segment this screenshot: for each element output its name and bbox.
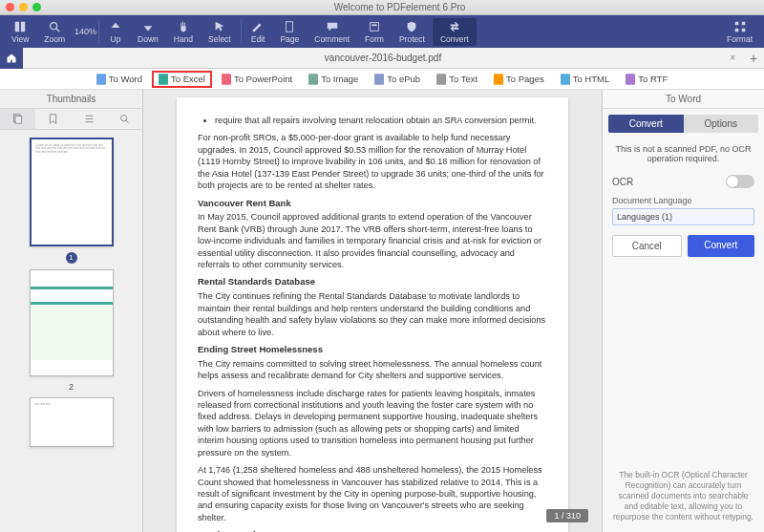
svg-rect-9: [734, 28, 738, 32]
thumbnails-tab-search[interactable]: [107, 109, 142, 129]
cursor-icon: [213, 20, 226, 33]
document-viewer[interactable]: require that all repairs involving tenan…: [143, 90, 602, 532]
ocr-toggle[interactable]: [726, 175, 754, 188]
doc-heading: Vancouver Rent Bank: [198, 198, 547, 210]
doc-icon: [561, 74, 570, 85]
down-button[interactable]: Down: [130, 18, 166, 46]
to-excel-button[interactable]: To Excel: [152, 71, 212, 88]
to-text-button[interactable]: To Text: [430, 71, 484, 88]
svg-point-2: [51, 22, 57, 29]
minimize-window-button[interactable]: [19, 3, 28, 11]
zoom-button[interactable]: Zoom: [36, 18, 73, 46]
thumbnail-page-3[interactable]: text text text: [30, 397, 114, 447]
thumbnail-page-2[interactable]: [30, 269, 114, 376]
convert-action-button[interactable]: Convert: [688, 235, 755, 257]
pages-icon: [12, 114, 23, 124]
shield-icon: [405, 20, 418, 33]
page-button[interactable]: Page: [272, 18, 307, 46]
to-rtf-button[interactable]: To RTF: [619, 71, 674, 88]
doc-paragraph: At 1,746 (1,258 sheltered homeless and 4…: [198, 464, 547, 523]
thumbnails-tab-outline[interactable]: [72, 109, 107, 129]
hand-button[interactable]: Hand: [166, 18, 201, 46]
sidebar-title: To Word: [603, 90, 764, 109]
ocr-status-message: This is not a scanned PDF, no OCR operat…: [612, 144, 754, 163]
svg-rect-21: [15, 116, 21, 123]
arrow-down-icon: [141, 20, 155, 33]
document-tabbar: vancouver-2016-budget.pdf × +: [0, 48, 764, 69]
language-label: Document Language: [612, 196, 754, 205]
main-toolbar: View Zoom 140% Up Down Hand Select Edit …: [0, 15, 764, 48]
thumbnail-page-2-number: 2: [69, 382, 74, 392]
svg-rect-7: [734, 21, 738, 25]
svg-rect-13: [222, 74, 231, 85]
to-word-button[interactable]: To Word: [90, 71, 149, 88]
svg-rect-6: [371, 24, 376, 26]
svg-rect-12: [159, 74, 168, 85]
svg-rect-15: [374, 74, 384, 85]
ocr-label: OCR: [612, 177, 633, 187]
hand-icon: [177, 20, 190, 33]
doc-icon: [222, 74, 231, 85]
window-title: Welcome to PDFelement 6 Pro: [41, 2, 758, 12]
search-icon: [119, 114, 130, 124]
zoom-value[interactable]: 140%: [74, 27, 96, 36]
to-powerpoint-button[interactable]: To PowerPoint: [215, 71, 299, 88]
svg-rect-10: [741, 28, 745, 32]
arrow-up-icon: [109, 20, 122, 33]
doc-icon: [494, 74, 503, 85]
doc-heading: Ending Street Homelessness: [198, 344, 547, 356]
doc-heading: Rental Standards Database: [198, 276, 547, 288]
to-pages-button[interactable]: To Pages: [487, 71, 551, 88]
document-tab-label: vancouver-2016-budget.pdf: [325, 53, 441, 63]
doc-paragraph: The City remains committed to solving st…: [198, 358, 547, 382]
home-button[interactable]: [0, 48, 23, 69]
edit-button[interactable]: Edit: [244, 18, 273, 46]
form-button[interactable]: Form: [357, 18, 392, 46]
view-button[interactable]: View: [4, 18, 36, 46]
maximize-window-button[interactable]: [32, 3, 41, 11]
select-button[interactable]: Select: [201, 18, 239, 46]
page-counter: 1 / 310: [546, 509, 588, 522]
convert-button[interactable]: Convert: [433, 18, 477, 46]
svg-point-25: [120, 116, 126, 121]
svg-rect-19: [626, 74, 635, 85]
bookmark-icon: [48, 114, 58, 124]
thumbnails-tab-bookmarks[interactable]: [35, 109, 71, 129]
thumbnails-panel: Thumbnails Lorem ipsum dolor sit amet te…: [0, 90, 143, 532]
close-tab-button[interactable]: ×: [730, 53, 735, 63]
svg-line-26: [126, 120, 128, 122]
document-page: require that all repairs involving tenan…: [177, 97, 568, 532]
close-window-button[interactable]: [6, 3, 14, 11]
view-icon: [13, 20, 27, 33]
convert-icon: [448, 20, 461, 33]
to-image-button[interactable]: To Image: [302, 71, 365, 88]
traffic-lights: [6, 3, 41, 11]
document-tab[interactable]: vancouver-2016-budget.pdf ×: [23, 53, 743, 63]
comment-button[interactable]: Comment: [307, 18, 357, 46]
zoom-icon: [48, 20, 61, 33]
up-button[interactable]: Up: [101, 18, 130, 46]
sidebar-tab-convert[interactable]: Convert: [608, 115, 684, 133]
svg-rect-14: [308, 74, 318, 85]
sidebar-tab-options[interactable]: Options: [684, 115, 759, 133]
protect-button[interactable]: Protect: [392, 18, 433, 46]
doc-paragraph: Drivers of homelessness include discharg…: [198, 388, 547, 459]
format-button[interactable]: Format: [719, 18, 760, 46]
main-area: Thumbnails Lorem ipsum dolor sit amet te…: [0, 90, 764, 532]
doc-icon: [436, 74, 446, 85]
doc-paragraph: In May 2015, Council approved additional…: [198, 211, 547, 270]
thumbnail-page-1[interactable]: Lorem ipsum dolor sit amet text text tex…: [30, 138, 114, 246]
to-html-button[interactable]: To HTML: [554, 71, 617, 88]
cancel-button[interactable]: Cancel: [612, 235, 682, 257]
comment-icon: [326, 20, 339, 33]
convert-format-bar: To Word To Excel To PowerPoint To Image …: [0, 69, 764, 90]
doc-icon: [626, 74, 635, 85]
svg-rect-4: [286, 21, 293, 32]
home-icon: [6, 53, 17, 64]
to-epub-button[interactable]: To ePub: [368, 71, 427, 88]
new-tab-button[interactable]: +: [743, 51, 764, 66]
thumbnails-list[interactable]: Lorem ipsum dolor sit amet text text tex…: [0, 130, 142, 532]
language-select[interactable]: Languages (1): [612, 208, 754, 225]
doc-icon: [96, 74, 106, 85]
thumbnails-tab-pages[interactable]: [0, 109, 35, 129]
